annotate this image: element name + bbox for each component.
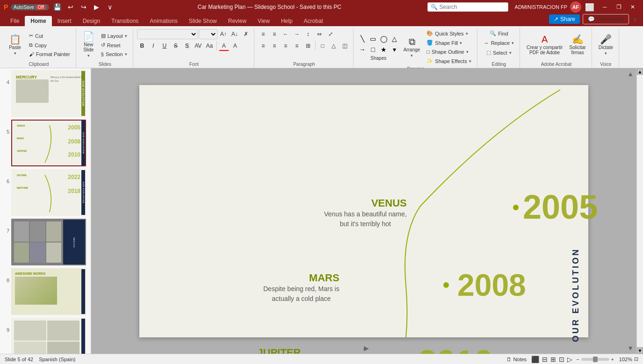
highlight-color-button[interactable]: A: [230, 41, 240, 51]
search-input[interactable]: [440, 4, 505, 10]
font-color-button[interactable]: A: [219, 41, 229, 51]
change-case-button[interactable]: Aa: [204, 41, 215, 51]
slide-thumb-4[interactable]: MERCURY Mercury is the closest planet to…: [11, 70, 86, 117]
shape-fill-para-button[interactable]: △: [329, 41, 339, 51]
tab-design[interactable]: Design: [77, 16, 106, 26]
shape-fill-button[interactable]: 🪣 Shape Fill ▾: [424, 38, 474, 47]
zoom-out-button[interactable]: −: [576, 357, 579, 362]
columns-button[interactable]: ⊞: [303, 41, 313, 51]
slide-canvas[interactable]: VENUS Venus has a beautiful name, but it…: [139, 85, 588, 337]
tab-file[interactable]: File: [5, 16, 25, 26]
tab-animations[interactable]: Animations: [144, 16, 183, 26]
customize-qat-icon[interactable]: ∨: [104, 1, 116, 13]
strikethrough-button[interactable]: S: [171, 41, 181, 51]
slide-thumb-9[interactable]: [11, 318, 86, 354]
tab-insert[interactable]: Insert: [52, 16, 77, 26]
new-slide-button[interactable]: 📄 NewSlide ▾: [80, 30, 97, 60]
select-button[interactable]: ⬚ Select ▾: [484, 48, 514, 57]
ribbon-display-icon[interactable]: ⬜: [584, 1, 595, 13]
slide-item-8[interactable]: 8 AWESOME WORDS: [2, 268, 89, 315]
shape-triangle[interactable]: △: [390, 34, 400, 44]
scroll-bottom-button[interactable]: ▼: [637, 347, 643, 354]
decrease-indent-button[interactable]: ←: [281, 29, 291, 39]
scroll-right-button[interactable]: ▶: [364, 344, 369, 352]
shape-rect[interactable]: ▭: [368, 34, 378, 44]
notes-view-button[interactable]: ⊡: [559, 356, 564, 363]
decrease-font-button[interactable]: A↓: [230, 29, 240, 39]
shape-oval[interactable]: ◯: [379, 34, 389, 44]
tab-review[interactable]: Review: [223, 16, 252, 26]
tab-transitions[interactable]: Transitions: [106, 16, 144, 26]
section-button[interactable]: § Section ▾: [98, 50, 130, 58]
shape-line[interactable]: ╲: [357, 34, 368, 44]
slide-item-9[interactable]: 9: [2, 318, 89, 354]
justify-button[interactable]: ≡: [292, 41, 302, 51]
slide-sorter-button[interactable]: ⊞: [550, 356, 556, 363]
save-icon[interactable]: 💾: [52, 1, 63, 13]
zoom-in-button[interactable]: +: [611, 357, 614, 362]
dictate-button[interactable]: 🎤 Dictate ▾: [596, 33, 616, 57]
reset-button[interactable]: ↺ Reset: [98, 41, 130, 50]
increase-indent-button[interactable]: →: [292, 29, 302, 39]
shape-arrow[interactable]: →: [357, 44, 368, 55]
restore-button[interactable]: ❐: [612, 1, 625, 13]
zoom-level[interactable]: 102%: [616, 357, 632, 362]
create-pdf-button[interactable]: A Crear y compartirPDF de Adobe: [524, 33, 565, 57]
shape-star[interactable]: ★: [379, 44, 389, 55]
present-icon[interactable]: ▶: [91, 1, 102, 13]
search-box[interactable]: 🔍: [427, 2, 508, 12]
scroll-up-button[interactable]: ▲: [627, 70, 634, 78]
align-center-button[interactable]: ≡: [269, 41, 280, 51]
scroll-down-button[interactable]: ▼: [627, 344, 634, 352]
tab-acrobat[interactable]: Acrobat: [298, 16, 329, 26]
text-direction-button[interactable]: ⇔: [314, 29, 325, 39]
numbered-list-button[interactable]: ≡: [269, 29, 280, 39]
shape-more[interactable]: ▾: [390, 44, 400, 55]
tab-view[interactable]: View: [252, 16, 275, 26]
underline-button[interactable]: U: [159, 41, 170, 51]
layout-button[interactable]: ▤ Layout ▾: [98, 31, 130, 40]
slide-thumb-6[interactable]: 2022 2018 SATURN NEPTUNE OUR EVOLUTION: [11, 169, 86, 216]
shape-callout[interactable]: □: [368, 44, 378, 55]
tab-help[interactable]: Help: [275, 16, 298, 26]
comments-button[interactable]: 💬 Comments: [583, 14, 629, 24]
text-box-button[interactable]: □: [318, 41, 328, 51]
solicitar-firmas-button[interactable]: ✍ Solicitarfirmas: [566, 33, 589, 57]
user-avatar[interactable]: AF: [570, 1, 581, 13]
tab-home[interactable]: Home: [25, 16, 51, 26]
shape-effects-button[interactable]: ✨ Shape Effects ▾: [424, 57, 474, 65]
tab-slideshow[interactable]: Slide Show: [183, 16, 223, 26]
replace-button[interactable]: ↔ Replace ▾: [481, 39, 517, 47]
slide-item-5[interactable]: 5 2005 2008 2010 VENUS MARS JUPITER OUR …: [2, 120, 89, 166]
italic-button[interactable]: I: [148, 41, 159, 51]
arrange-button[interactable]: ⧉ Arrange ▾: [401, 35, 423, 60]
zoom-slider[interactable]: [581, 358, 609, 361]
align-right-button[interactable]: ≡: [281, 41, 291, 51]
collapse-ribbon-button[interactable]: ∧: [632, 14, 638, 24]
cut-button[interactable]: ✂ Cut: [26, 31, 73, 40]
font-family-select[interactable]: [137, 29, 198, 39]
slide-thumb-5[interactable]: 2005 2008 2010 VENUS MARS JUPITER OUR EV…: [11, 120, 86, 166]
undo-icon[interactable]: ↩: [65, 1, 76, 13]
minimize-button[interactable]: ─: [598, 1, 611, 13]
bold-button[interactable]: B: [137, 41, 147, 51]
smart-art-button[interactable]: ⤢: [325, 29, 336, 39]
text-shadow-button[interactable]: S: [182, 41, 192, 51]
increase-font-button[interactable]: A↑: [218, 29, 229, 39]
paste-button[interactable]: 📋 Paste ▾: [5, 33, 25, 57]
slide-thumb-8[interactable]: AWESOME WORDS: [11, 268, 86, 315]
slide-item-7[interactable]: 7 FUTURE: [2, 219, 89, 265]
slide-thumb-7[interactable]: FUTURE: [11, 219, 86, 265]
font-size-select[interactable]: [199, 29, 217, 39]
right-scrollbar[interactable]: ▲ ▼: [636, 68, 643, 354]
find-button[interactable]: 🔍 Find: [487, 29, 511, 38]
copy-button[interactable]: ⧉ Copy: [26, 41, 73, 50]
outline-view-button[interactable]: ⊟: [542, 356, 548, 363]
reading-view-button[interactable]: ▷: [567, 356, 572, 363]
shape-outline-button[interactable]: □ Shape Outline ▾: [424, 48, 474, 56]
line-spacing-button[interactable]: ↕: [303, 29, 313, 39]
scroll-top-button[interactable]: ▲: [637, 68, 643, 75]
autosave-toggle[interactable]: AutoSave Off: [11, 4, 49, 10]
align-left-button[interactable]: ≡: [258, 41, 268, 51]
bullet-list-button[interactable]: ≡: [258, 29, 268, 39]
